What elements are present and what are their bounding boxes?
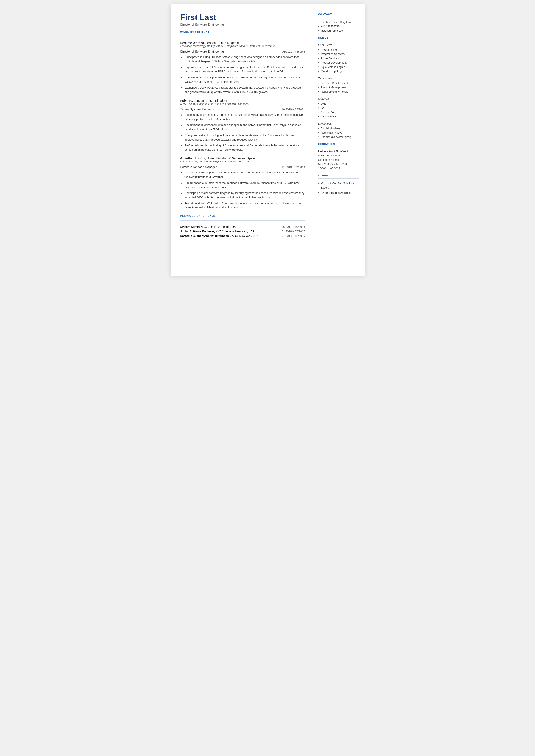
bullet-2-2: Developed a major software upgrade by id…	[181, 191, 305, 200]
company-rest-0: London, United Kingdom	[205, 41, 239, 44]
bullet-2-3: Transitioned from Waterfall to Agile pro…	[181, 201, 305, 210]
edu-block-0: University of New York Master of Science…	[318, 150, 359, 171]
contact-section: CONTACT Preston, United Kingdom +44 1234…	[318, 13, 359, 33]
edu-school-0: University of New York	[318, 150, 359, 153]
contact-heading: CONTACT	[318, 13, 359, 15]
job-dates-1: 10/2019 – 12/2021	[282, 108, 305, 111]
hard-skill-3: Product Development	[318, 61, 359, 65]
languages-list: English (Native) Romanian (Native) Spani…	[318, 126, 359, 139]
bullet-2-1: Spearheaded a 10-man team that reduced s…	[181, 181, 305, 189]
company-name-2: Growthsi, London, United Kingdom & Barce…	[180, 157, 305, 160]
company-desc-0: Education technology startup with 50+ em…	[180, 44, 305, 48]
work-experience-heading: WORK EXPERIENCE	[180, 31, 305, 34]
software-3: Atlassian JIRA	[318, 114, 359, 119]
edu-degree-0: Master of Science	[318, 154, 359, 158]
education-heading: EDUCATION	[318, 143, 359, 145]
job-title-0: Director of Software Engineering	[180, 50, 224, 53]
bullet-1-2: Configured network topologies to accommo…	[181, 133, 305, 142]
previous-exp-table: System Admin, ABC Company, London, UK 06…	[180, 225, 305, 238]
job-header-2: Software Release Manager 11/2018 – 09/20…	[180, 165, 305, 169]
prev-job-dates-2: 07/2014 – 12/2015	[277, 234, 305, 238]
bullet-1-3: Performed weekly monitoring of Cisco swi…	[181, 143, 305, 152]
previous-experience-section: PREVIOUS EXPERIENCE System Admin, ABC Co…	[180, 214, 305, 238]
company-bold-1: Polyhire,	[180, 99, 193, 102]
job-header-0: Director of Software Engineering 01/2022…	[180, 50, 305, 53]
company-bold-2: Growthsi,	[180, 157, 194, 160]
job-dates-2: 11/2018 – 09/2019	[282, 165, 305, 169]
technique-1: Product Management	[318, 85, 359, 90]
candidate-title: Director of Software Engineering	[180, 23, 305, 26]
resume-page: First Last Director of Software Engineer…	[171, 4, 365, 276]
edu-location-0: New York City, New York	[318, 162, 359, 166]
hard-skill-5: Cloud Computing	[318, 69, 359, 73]
education-divider	[318, 147, 359, 147]
skills-section: SKILLS Hard Skills: Programming Integrat…	[318, 37, 359, 139]
language-1: Romanian (Native)	[318, 130, 359, 135]
bullet-0-0: Participated in hiring 30+ lead software…	[181, 55, 305, 64]
other-item-1: Azure Solutions Architect	[318, 191, 359, 195]
bullet-0-2: Conceived and developed 20+ modules for …	[181, 75, 305, 84]
hard-skills-label: Hard Skills:	[318, 43, 359, 46]
prev-job-dates-1: 01/2016 – 05/2017	[277, 229, 305, 234]
work-experience-section: WORK EXPERIENCE Resume Worded, London, U…	[180, 31, 305, 210]
edu-field-0: Computer Science	[318, 158, 359, 162]
contact-divider	[318, 17, 359, 17]
software-1: Go	[318, 106, 359, 110]
bullet-list-2: Created an internal portal for 30+ engin…	[181, 170, 305, 210]
education-section: EDUCATION University of New York Master …	[318, 143, 359, 171]
job-title-1: Senior Systems Engineer	[180, 107, 214, 111]
skills-heading: SKILLS	[318, 37, 359, 39]
hard-skill-2: Azure Services	[318, 56, 359, 61]
prev-job-title-1: Junior Software Engineer, XYZ Company, N…	[180, 229, 277, 234]
edu-dates-0: 10/2011 - 06/2014	[318, 166, 359, 171]
company-rest-1: London, United Kingdom	[193, 99, 227, 102]
company-bold-0: Resume Worded,	[180, 41, 205, 44]
job-dates-0: 01/2022 – Present	[282, 50, 305, 53]
contact-phone: +44 123456789	[318, 24, 359, 29]
software-0: UML	[318, 101, 359, 106]
job-block-0: Resume Worded, London, United Kingdom Ed…	[180, 41, 305, 94]
job-title-2: Software Release Manager	[180, 165, 217, 169]
prev-job-title-0: System Admin, ABC Company, London, UK	[180, 225, 277, 229]
company-name-1: Polyhire, London, United Kingdom	[180, 99, 305, 102]
candidate-name: First Last	[180, 13, 305, 22]
company-rest-2: London, United Kingdom & Barcelona, Spai…	[194, 157, 255, 160]
previous-experience-heading: PREVIOUS EXPERIENCE	[180, 214, 305, 217]
right-column: CONTACT Preston, United Kingdom +44 1234…	[313, 4, 365, 276]
other-heading: OTHER	[318, 174, 359, 177]
other-section: OTHER Microsoft Certified Solutions Expe…	[318, 174, 359, 195]
bullet-list-0: Participated in hiring 30+ lead software…	[181, 55, 305, 94]
software-label: Software:	[318, 98, 359, 100]
prev-job-0: System Admin, ABC Company, London, UK 06…	[180, 225, 305, 229]
prev-job-dates-0: 06/2017 – 10/2018	[277, 225, 305, 229]
prev-divider	[180, 220, 305, 221]
bullet-0-1: Supervised a team of 17+ senior software…	[181, 65, 305, 74]
bullet-1-1: Recommended enhancements and changes to …	[181, 123, 305, 131]
left-column: First Last Director of Software Engineer…	[171, 4, 313, 276]
technique-2: Requirements Analysis	[318, 90, 359, 94]
hard-skill-4: Agile Methodologies	[318, 65, 359, 69]
prev-job-2: Software Support Analyst (Internship), A…	[180, 234, 305, 238]
company-desc-1: NYSE-listed recruitment and employer bra…	[180, 102, 305, 105]
job-block-2: Growthsi, London, United Kingdom & Barce…	[180, 157, 305, 210]
contact-email: first.last@gmail.com	[318, 29, 359, 33]
hard-skills-list: Programming Integration Services Azure S…	[318, 48, 359, 73]
technique-0: Software Development	[318, 81, 359, 85]
job-block-1: Polyhire, London, United Kingdom NYSE-li…	[180, 99, 305, 152]
prev-job-1: Junior Software Engineer, XYZ Company, N…	[180, 229, 305, 234]
bullet-list-1: Processed Active Directory requests for …	[181, 113, 305, 152]
other-item-0: Microsoft Certified Solutions Expert	[318, 181, 359, 190]
techniques-label: Techniques:	[318, 77, 359, 80]
job-header-1: Senior Systems Engineer 10/2019 – 12/202…	[180, 107, 305, 111]
bullet-1-0: Processed Active Directory requests for …	[181, 113, 305, 121]
hard-skill-1: Integration Services	[318, 52, 359, 56]
company-desc-2: Career training and membership SaaS with…	[180, 160, 305, 163]
software-2: Apache Ant	[318, 110, 359, 114]
language-2: Spanish (Conversational)	[318, 135, 359, 139]
other-list: Microsoft Certified Solutions Expert Azu…	[318, 181, 359, 195]
bullet-0-3: Launched a 100+ Petabyte backup storage …	[181, 86, 305, 94]
techniques-list: Software Development Product Management …	[318, 81, 359, 94]
contact-location: Preston, United Kingdom	[318, 20, 359, 24]
hard-skill-0: Programming	[318, 48, 359, 52]
prev-job-title-2: Software Support Analyst (Internship), A…	[180, 234, 277, 238]
